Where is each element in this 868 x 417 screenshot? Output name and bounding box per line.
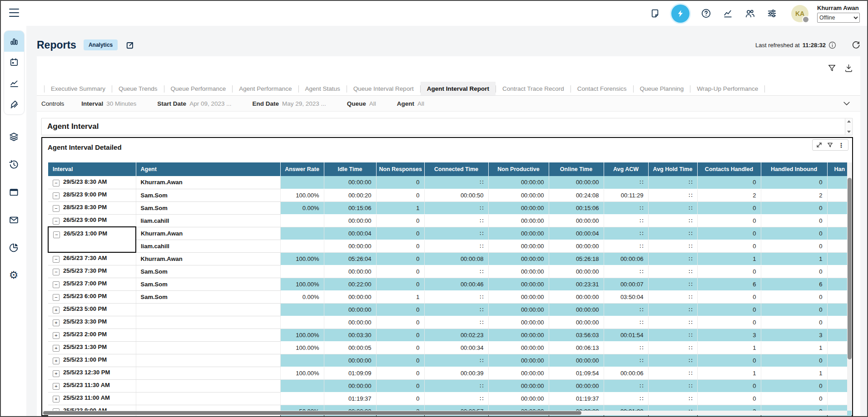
expand-row-icon[interactable]: +	[53, 307, 60, 314]
expand-row-icon[interactable]: +	[53, 358, 60, 364]
column-header-handled-inbound[interactable]: Handled Inbound	[761, 162, 827, 176]
tab-contact-forensics[interactable]: Contact Forensics	[571, 82, 633, 95]
control-start-date[interactable]: Start DateApr 09, 2023 ...	[157, 100, 231, 107]
tab-queue-planning[interactable]: Queue Planning	[634, 82, 690, 95]
control-end-date[interactable]: End DateMay 29, 2023 ...	[252, 100, 326, 107]
collapse-row-icon[interactable]: −	[53, 192, 60, 199]
control-interval[interactable]: Interval30 Minutes	[81, 100, 136, 107]
help-icon[interactable]	[701, 8, 711, 19]
expand-row-icon[interactable]: +	[53, 332, 60, 339]
table-row[interactable]: +25/5/23 1:30 PM100.00%00:00:05000:00:34…	[48, 341, 852, 354]
collapse-row-icon[interactable]: −	[53, 205, 60, 212]
agent-cell[interactable]	[136, 303, 280, 316]
expand-row-icon[interactable]: +	[53, 383, 60, 390]
table-row[interactable]: −26/5/23 7:30 AMKhurram.Awan100.00%05:26…	[48, 252, 852, 265]
settings-sliders-icon[interactable]	[767, 8, 777, 19]
download-icon[interactable]	[844, 64, 853, 72]
column-header-avg-acw[interactable]: Avg ACW	[604, 162, 648, 176]
sidebar-item-mail[interactable]	[1, 210, 26, 230]
expand-row-icon[interactable]: +	[53, 370, 60, 377]
table-row[interactable]: −29/5/23 8:30 AMKhurram.Awan00:00:000∷00…	[48, 176, 852, 189]
sidebar-item-workspace[interactable]	[1, 182, 26, 202]
agent-cell[interactable]	[136, 367, 280, 379]
refresh-icon[interactable]	[852, 41, 860, 49]
agent-cell[interactable]	[136, 329, 280, 341]
page-scrollbar[interactable]	[845, 118, 852, 135]
tab-agent-status[interactable]: Agent Status	[299, 82, 347, 95]
tab-agent-interval-report[interactable]: Agent Interval Report	[421, 82, 496, 95]
vertical-scroll-thumb[interactable]	[848, 178, 852, 359]
table-vertical-scrollbar[interactable]	[847, 162, 852, 411]
sidebar-item-design[interactable]	[4, 93, 24, 114]
tab-agent-performance[interactable]: Agent Performance	[233, 82, 298, 95]
column-header-idle-time[interactable]: Idle Time	[324, 162, 376, 176]
agent-cell[interactable]: Khurram.Awan	[136, 176, 280, 189]
table-row[interactable]: +25/5/23 5:00 PM00:00:000∷00:00:0000:00:…	[48, 303, 852, 316]
agent-cell[interactable]: Sam.Som	[136, 189, 280, 201]
table-horizontal-scrollbar[interactable]	[42, 411, 847, 415]
interval-cell[interactable]: +25/5/23 3:30 PM	[48, 316, 136, 329]
collapse-row-icon[interactable]: −	[53, 256, 60, 263]
interval-cell[interactable]: +25/5/23 1:00 PM	[48, 354, 136, 367]
hamburger-menu-icon[interactable]	[9, 9, 19, 17]
interval-cell[interactable]: −29/5/23 8:30 AM	[48, 176, 136, 189]
interval-cell[interactable]: −25/5/23 7:00 PM	[48, 278, 136, 290]
tab-queue-trends[interactable]: Queue Trends	[112, 82, 164, 95]
table-row[interactable]: liam.cahill00:00:000∷00:00:0000:00:00∷∷0…	[48, 240, 852, 252]
interval-cell[interactable]: −25/5/23 7:30 PM	[48, 265, 136, 278]
column-header-contacts-handled[interactable]: Contacts Handled	[697, 162, 761, 176]
more-options-icon[interactable]: ⋮	[838, 142, 844, 148]
interval-cell[interactable]: +25/5/23 12:30 PM	[48, 367, 136, 379]
tab-queue-performance[interactable]: Queue Performance	[164, 82, 233, 95]
interval-cell[interactable]: −26/5/23 1:00 PM	[48, 227, 136, 252]
table-row[interactable]: −25/5/23 6:00 PMSam.Som0.00%00:00:001∷00…	[48, 290, 852, 303]
control-agent[interactable]: AgentAll	[397, 100, 424, 107]
table-row[interactable]: −26/5/23 9:00 PMliam.cahill00:00:000∷00:…	[48, 214, 852, 227]
interval-cell[interactable]: −26/5/23 7:30 AM	[48, 252, 136, 265]
table-row[interactable]: −28/5/23 9:00 PMSam.Som100.00%00:00:2000…	[48, 189, 852, 201]
agent-cell[interactable]: liam.cahill	[136, 240, 280, 252]
agent-cell[interactable]	[136, 341, 280, 354]
expand-row-icon[interactable]: +	[53, 345, 60, 352]
control-queue[interactable]: QueueAll	[347, 100, 376, 107]
sidebar-item-layers[interactable]	[1, 127, 26, 147]
column-header-online-time[interactable]: Online Time	[549, 162, 604, 176]
sidebar-item-analytics[interactable]	[4, 73, 24, 93]
agent-cell[interactable]: Sam.Som	[136, 278, 280, 290]
focus-mode-icon[interactable]	[816, 142, 822, 148]
agent-cell[interactable]: Sam.Som	[136, 201, 280, 214]
sidebar-item-schedule[interactable]	[4, 52, 24, 73]
sidebar-item-history[interactable]	[1, 154, 26, 174]
collapse-row-icon[interactable]: −	[53, 180, 60, 186]
status-select[interactable]: Offline	[817, 13, 860, 23]
agent-cell[interactable]	[136, 379, 280, 392]
visual-filter-icon[interactable]	[827, 142, 833, 148]
agent-cell[interactable]	[136, 354, 280, 367]
sidebar-item-reports[interactable]	[4, 31, 24, 52]
sidebar-item-settings[interactable]: ⚙	[1, 265, 26, 285]
agents-icon[interactable]	[744, 8, 755, 19]
table-row[interactable]: −25/5/23 7:00 PMSam.Som100.00%00:22:0000…	[48, 278, 852, 290]
chevron-down-icon[interactable]	[842, 99, 851, 108]
expand-row-icon[interactable]: +	[53, 319, 60, 326]
agent-cell[interactable]: Khurram.Awan	[136, 252, 280, 265]
table-row[interactable]: +25/5/23 11:00 AM01:19:370∷00:00:0001:19…	[48, 392, 852, 405]
interval-cell[interactable]: −26/5/23 9:00 PM	[48, 214, 136, 227]
agent-cell[interactable]: Khurram.Awan	[136, 227, 280, 240]
external-link-icon[interactable]	[125, 40, 134, 50]
agent-cell[interactable]	[136, 316, 280, 329]
horizontal-scroll-thumb[interactable]	[43, 411, 581, 415]
interval-cell[interactable]: +25/5/23 11:00 AM	[48, 392, 136, 405]
table-row[interactable]: +25/5/23 1:00 PM00:00:000∷00:00:0000:00:…	[48, 354, 852, 367]
collapse-row-icon[interactable]: −	[53, 218, 60, 225]
info-icon[interactable]	[828, 41, 836, 49]
tab-wrap-up-performance[interactable]: Wrap-Up Performance	[690, 82, 764, 95]
collapse-row-icon[interactable]: −	[53, 294, 60, 301]
column-header-agent[interactable]: Agent	[136, 162, 280, 176]
scroll-down-icon[interactable]	[847, 131, 851, 133]
note-icon[interactable]	[650, 8, 660, 19]
filter-icon[interactable]	[828, 64, 836, 72]
table-row[interactable]: −25/5/23 7:30 PMSam.Som00:00:000∷00:00:0…	[48, 265, 852, 278]
interval-cell[interactable]: +25/5/23 2:00 PM	[48, 329, 136, 341]
table-row[interactable]: −26/5/23 1:00 PMKhurram.Awan00:00:040∷00…	[48, 227, 852, 240]
